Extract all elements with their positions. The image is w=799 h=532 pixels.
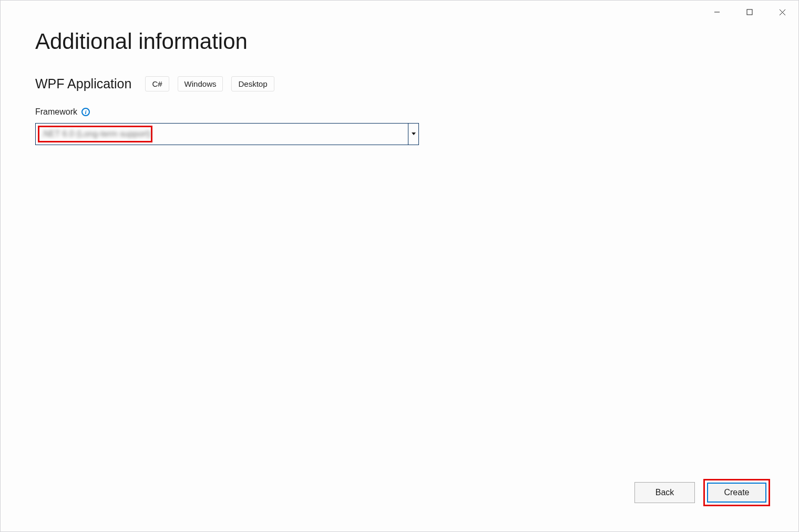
maximize-icon: [746, 9, 753, 15]
dropdown-arrow-button[interactable]: [408, 124, 418, 145]
create-button[interactable]: Create: [707, 483, 766, 503]
project-type-label: WPF Application: [35, 76, 131, 91]
close-icon: [779, 9, 786, 16]
minimize-button[interactable]: [701, 1, 733, 24]
footer-buttons: Back Create: [634, 479, 770, 506]
content-area: Additional information WPF Application C…: [35, 29, 764, 484]
page-title: Additional information: [35, 29, 764, 54]
maximize-button[interactable]: [733, 1, 766, 24]
framework-label: Framework: [35, 107, 77, 117]
create-button-label: Create: [724, 488, 749, 497]
back-button-label: Back: [655, 488, 674, 497]
framework-dropdown[interactable]: .NET 6.0 (Long-term support): [35, 123, 419, 145]
titlebar: [701, 1, 798, 24]
back-button[interactable]: Back: [634, 482, 695, 503]
chevron-down-icon: [412, 132, 416, 136]
minimize-icon: [714, 9, 720, 15]
info-icon[interactable]: i: [81, 108, 90, 116]
subtitle-row: WPF Application C# Windows Desktop: [35, 76, 764, 91]
annotation-highlight-create: Create: [703, 479, 770, 506]
tag-platform: Windows: [178, 76, 223, 91]
dropdown-value-wrap: .NET 6.0 (Long-term support): [36, 124, 408, 145]
framework-label-row: Framework i: [35, 107, 764, 117]
close-button[interactable]: [766, 1, 798, 24]
tag-category: Desktop: [231, 76, 274, 91]
dialog-window: Additional information WPF Application C…: [0, 0, 799, 532]
tag-language: C#: [145, 76, 169, 91]
framework-selected-value: .NET 6.0 (Long-term support): [41, 129, 151, 139]
svg-rect-1: [747, 9, 752, 15]
